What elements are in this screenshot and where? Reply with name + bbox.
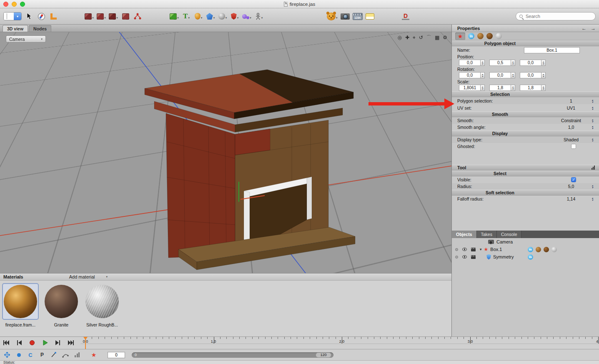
edge-mode-tool[interactable]: ▾ — [97, 10, 106, 22]
animation-range-bar[interactable]: 0 120 — [132, 352, 333, 358]
tab-material-brown-2[interactable] — [486, 33, 493, 39]
smooth-value[interactable]: Constraint — [554, 118, 588, 123]
scale-x-field[interactable]: 1,8061 — [459, 85, 481, 91]
stepper[interactable]: ▴▾ — [541, 72, 546, 78]
tab-polygon-object[interactable]: ★ — [455, 33, 465, 40]
material-tag-chip[interactable]: m — [528, 247, 533, 252]
tab-material-silver[interactable] — [496, 33, 502, 39]
render-clapper-icon[interactable] — [471, 255, 476, 259]
current-frame-input[interactable] — [108, 352, 125, 358]
select-cursor-tool[interactable] — [25, 10, 34, 22]
stepper[interactable]: ▴▾ — [511, 72, 515, 78]
stepper[interactable]: ▴▾ — [590, 106, 595, 110]
stepper[interactable]: ▴▾ — [590, 138, 595, 142]
uv-set-value[interactable]: UV1 — [554, 105, 588, 110]
material-item-silver[interactable]: Silver RoughB... — [83, 283, 121, 327]
viewport-layout-selector[interactable]: ▾ — [3, 10, 22, 22]
stepper[interactable]: ▴▾ — [590, 125, 595, 129]
viewport-settings-gear-icon[interactable]: ⚙ — [443, 35, 447, 40]
fireplace-model[interactable] — [0, 32, 451, 273]
falloff-radius-value[interactable]: 1,14 — [554, 196, 588, 201]
tab-material-brown-1[interactable] — [477, 33, 484, 39]
zoom-view-icon[interactable]: ⌖ — [413, 35, 416, 40]
name-field[interactable]: Box.1 — [524, 47, 580, 53]
search-input[interactable] — [525, 13, 592, 19]
rotation-z-field[interactable]: 0,0 — [520, 72, 541, 78]
measure-tool[interactable] — [49, 10, 58, 22]
go-to-start-button[interactable] — [2, 339, 11, 347]
stepper[interactable]: ▴▾ — [541, 85, 546, 91]
object-mode-tool[interactable] — [121, 10, 130, 22]
play-button[interactable] — [40, 339, 50, 347]
material-tag-chip[interactable]: m — [528, 254, 533, 260]
go-to-end-button[interactable] — [66, 339, 75, 347]
stepper[interactable]: ▴▾ — [590, 197, 595, 201]
stepper[interactable]: ▴▾ — [481, 60, 485, 66]
tree-row-symmetry[interactable]: Symmetry m — [452, 253, 599, 261]
title-bar[interactable]: fireplace.jas — [0, 0, 599, 8]
character-tool[interactable]: ▾ — [254, 10, 263, 22]
histogram-icon[interactable] — [591, 166, 595, 170]
timeline-ruler[interactable]: 0,0 1,0 2,0 3,0 4 — [80, 337, 599, 344]
close-window-button[interactable] — [3, 2, 8, 7]
scale-y-field[interactable]: 1,8 — [489, 85, 511, 91]
stepper[interactable]: ▴▾ — [511, 85, 515, 91]
create-spline-tool[interactable]: ▾ — [194, 10, 203, 22]
orbit-view-icon[interactable]: ↺ — [419, 35, 423, 40]
stepper[interactable]: ▴▾ — [590, 118, 595, 123]
render-animation-tool[interactable]: 1234 — [353, 10, 363, 22]
record-button[interactable] — [28, 339, 37, 347]
radius-value[interactable]: 5,0 — [554, 184, 588, 189]
visibility-eye-icon[interactable] — [462, 248, 467, 251]
create-polygon-primitive-tool[interactable]: ▾ — [170, 10, 179, 22]
rotate-tool[interactable]: C — [27, 351, 34, 359]
point-mode-tool[interactable]: ▾ — [109, 10, 118, 22]
snap-settings-tool[interactable] — [37, 10, 46, 22]
visible-checkbox[interactable]: ✓ — [571, 177, 576, 182]
stepper[interactable]: ▴▾ — [590, 99, 595, 103]
move-tool[interactable] — [3, 351, 11, 359]
viewport-3d[interactable]: Camera ▾ ◎ ✚ ⌖ ↺ ⌒ ▦ ⚙ — [0, 32, 451, 273]
material-item-fireplace-frame[interactable]: fireplace.fram... — [2, 283, 39, 327]
tree-row-camera[interactable]: Camera — [452, 238, 599, 246]
particle-tool[interactable]: ▾ — [242, 10, 251, 22]
hierarchy-tool[interactable] — [133, 10, 142, 22]
material-silver-chip[interactable] — [551, 247, 557, 252]
ghosted-checkbox[interactable] — [571, 144, 576, 149]
tab-material-tag[interactable]: m — [468, 33, 474, 39]
layer-dot-icon[interactable] — [455, 248, 458, 251]
layer-dot-icon[interactable] — [455, 256, 458, 259]
rotation-x-field[interactable]: 0,0 — [459, 72, 481, 78]
focus-view-icon[interactable]: ◎ — [398, 35, 402, 40]
polygon-mode-tool[interactable]: ▾ — [85, 10, 94, 22]
history-back-icon[interactable]: ← — [581, 25, 586, 31]
pivot-tool[interactable]: P — [38, 351, 46, 359]
position-z-field[interactable]: 0,0 — [520, 60, 541, 66]
material-brown-chip[interactable] — [544, 247, 549, 252]
draw-tool[interactable] — [50, 351, 58, 359]
render-tool[interactable]: ▾ — [327, 10, 338, 22]
disclosure-triangle-icon[interactable]: ▾ — [480, 247, 482, 251]
display-type-value[interactable]: Shaded — [554, 137, 588, 142]
tab-takes[interactable]: Takes — [477, 231, 497, 238]
zoom-window-button[interactable] — [20, 2, 25, 7]
playhead[interactable] — [83, 337, 88, 349]
create-text-tool[interactable]: T▾ — [182, 10, 191, 22]
graph-editor-tool[interactable] — [73, 351, 81, 359]
minimize-window-button[interactable] — [12, 2, 17, 7]
tab-nodes[interactable]: Nodes — [29, 25, 51, 32]
search-field[interactable] — [516, 12, 596, 20]
stepper[interactable]: ▴▾ — [541, 60, 546, 66]
next-frame-button[interactable] — [53, 339, 63, 347]
add-material-button[interactable]: Add material ▾ — [69, 274, 108, 279]
tab-console[interactable]: Console — [497, 231, 522, 238]
subdivision-tool[interactable]: ▾ — [218, 10, 227, 22]
stepper[interactable]: ▴▾ — [511, 60, 515, 66]
previous-frame-button[interactable] — [15, 339, 24, 347]
tab-3d-view[interactable]: 3D view — [3, 25, 28, 32]
visibility-eye-icon[interactable] — [462, 255, 467, 259]
dynamics-tool[interactable]: D — [401, 10, 410, 22]
stepper[interactable]: ▴▾ — [481, 72, 485, 78]
tree-row-box1[interactable]: ▾ ★ Box.1 m — [452, 246, 599, 253]
keyframe-star-tool[interactable]: ★ — [90, 351, 98, 359]
